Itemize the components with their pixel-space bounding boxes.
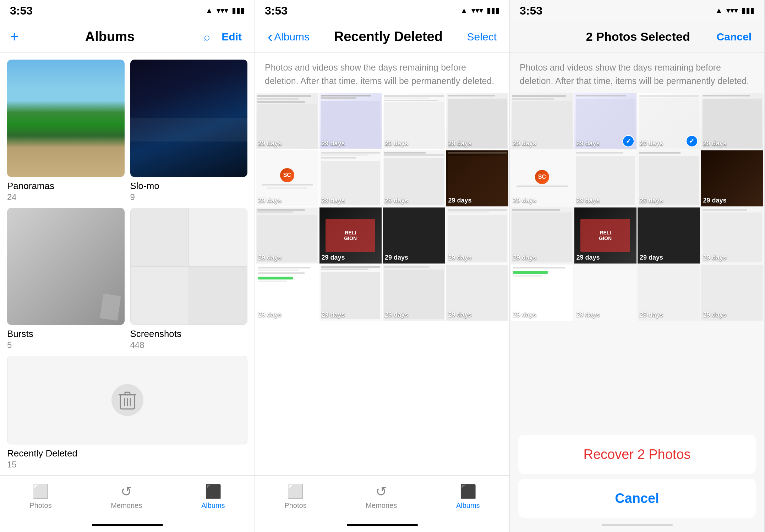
days-label-3-7: 29 days — [640, 197, 663, 204]
tab-memories-2[interactable]: ↺ Memories — [366, 484, 397, 510]
nav-bar-selected: 2 Photos Selected Cancel — [510, 21, 764, 52]
wifi-icon-1: ▾▾▾ — [217, 6, 228, 15]
cancel-button-3[interactable]: Cancel — [714, 28, 754, 46]
recover-button[interactable]: Recover 2 Photos — [518, 435, 756, 474]
album-slomo[interactable]: Slo-mo 9 — [130, 60, 248, 202]
photo-cell-3-11[interactable]: 29 days — [638, 207, 700, 264]
svg-rect-2 — [125, 392, 130, 395]
photo-cell-1[interactable]: 29 days — [256, 93, 318, 149]
days-label-3-11: 29 days — [640, 254, 663, 261]
photo-cell-3-1[interactable]: 29 days — [511, 93, 573, 149]
tab-label-albums-2: Albums — [456, 501, 480, 510]
check-circle-1 — [622, 135, 634, 147]
location-icon-3: ▲ — [715, 6, 723, 15]
albums-icon-1: ⬛ — [205, 484, 222, 499]
tab-bar-2: ⬜ Photos ↺ Memories ⬛ Albums — [255, 475, 509, 518]
photo-cell-3-3[interactable]: 29 days — [638, 93, 700, 149]
photo-cell-10[interactable]: RELIGION 29 days — [319, 207, 382, 264]
days-label-3-13: 29 days — [513, 311, 536, 318]
edit-button[interactable]: Edit — [219, 28, 245, 46]
photo-cell-15[interactable]: 29 days — [383, 265, 445, 321]
photos-icon-2: ⬜ — [287, 484, 304, 499]
days-label-3-1: 29 days — [513, 140, 536, 147]
photo-cell-16[interactable]: 29 days — [446, 265, 509, 321]
days-label-3-3: 29 days — [640, 140, 663, 147]
album-recently-deleted[interactable]: Recently Deleted 15 — [7, 356, 247, 470]
photo-cell-3-8[interactable]: 29 days — [701, 150, 764, 206]
photo-cell-3-2[interactable]: 29 days — [574, 93, 637, 149]
photo-cell-3-5[interactable]: SC 29 days — [511, 150, 573, 206]
photo-cell-13[interactable]: 29 days — [256, 265, 318, 321]
tab-albums-2[interactable]: ⬛ Albums — [456, 484, 480, 510]
photo-cell-3-6[interactable]: 29 days — [574, 150, 637, 206]
album-screenshots[interactable]: Screenshots 448 — [130, 208, 248, 350]
photo-cell-11[interactable]: 29 days — [383, 207, 445, 264]
tab-label-photos-1: Photos — [29, 501, 51, 510]
album-label-deleted: Recently Deleted — [7, 448, 247, 459]
search-button[interactable]: ⌕ — [201, 28, 213, 46]
tab-memories-1[interactable]: ↺ Memories — [111, 484, 142, 510]
photo-cell-3-16[interactable]: 29 days — [701, 265, 764, 321]
album-thumb-screenshots — [130, 208, 248, 325]
photo-cell-3-15[interactable]: 29 days — [638, 265, 700, 321]
add-album-button[interactable]: + — [10, 28, 19, 45]
days-label-2: 29 days — [322, 140, 345, 147]
photo-cell-3-10[interactable]: RELIGION 29 days — [574, 207, 637, 264]
photo-cell-2[interactable]: 29 days — [319, 93, 382, 149]
photo-cell-9[interactable]: 29 days — [256, 207, 318, 264]
album-thumb-panoramas — [7, 60, 125, 177]
cancel-action-button[interactable]: Cancel — [518, 479, 756, 518]
days-label-13: 29 days — [258, 311, 282, 318]
tab-photos-1[interactable]: ⬜ Photos — [29, 484, 51, 510]
days-label-3-8: 29 days — [703, 197, 727, 204]
album-count-slomo: 9 — [130, 192, 248, 202]
battery-icon-3: ▮▮▮ — [742, 6, 754, 15]
action-sheet: Recover 2 Photos Cancel — [510, 435, 764, 518]
album-thumb-slomo — [130, 60, 248, 177]
album-panoramas[interactable]: Panoramas 24 — [7, 60, 125, 202]
photo-cell-12[interactable]: 29 days — [446, 207, 509, 264]
photo-cell-5[interactable]: SC 29 days — [256, 150, 318, 206]
photo-cell-3-9[interactable]: 29 days — [511, 207, 573, 264]
album-count-deleted: 15 — [7, 460, 247, 470]
days-label-5: 29 days — [258, 197, 282, 204]
photo-cell-3[interactable]: 29 days — [383, 93, 445, 149]
photo-cell-7[interactable]: 29 days — [383, 150, 445, 206]
tab-albums-1[interactable]: ⬛ Albums — [201, 484, 225, 510]
days-label-3-5: 29 days — [513, 197, 536, 204]
photo-cell-6[interactable]: 29 days — [319, 150, 382, 206]
photo-cell-3-12[interactable]: 29 days — [701, 207, 764, 264]
home-bar-2 — [347, 524, 418, 526]
days-label-3-16: 29 days — [703, 311, 727, 318]
info-text-3: Photos and videos show the days remainin… — [520, 62, 749, 86]
days-label-3-15: 29 days — [640, 311, 663, 318]
photo-cell-3-4[interactable]: 29 days — [701, 93, 764, 149]
album-label-bursts: Bursts — [7, 328, 125, 339]
tab-label-albums-1: Albums — [201, 501, 225, 510]
photo-cell-3-14[interactable]: 29 days — [574, 265, 637, 321]
days-label-11: 29 days — [385, 254, 408, 261]
photo-cell-3-7[interactable]: 29 days — [638, 150, 700, 206]
album-bursts[interactable]: Bursts 5 — [7, 208, 125, 350]
tab-photos-2[interactable]: ⬜ Photos — [284, 484, 306, 510]
status-icons-2: ▲ ▾▾▾ ▮▮▮ — [460, 6, 499, 15]
days-label-3-6: 29 days — [577, 197, 600, 204]
status-icons-1: ▲ ▾▾▾ ▮▮▮ — [205, 6, 245, 15]
tab-label-memories-2: Memories — [366, 501, 397, 510]
days-label-3: 29 days — [385, 140, 408, 147]
photo-cell-3-13[interactable]: 29 days — [511, 265, 573, 321]
status-icons-3: ▲ ▾▾▾ ▮▮▮ — [715, 6, 754, 15]
photo-cell-8[interactable]: 29 days — [446, 150, 509, 206]
info-banner-3: Photos and videos show the days remainin… — [510, 52, 764, 93]
status-time-1: 3:53 — [10, 4, 33, 17]
days-label-3-2: 29 days — [577, 140, 600, 147]
photo-grid-2: 29 days 29 days 29 days 29 da — [255, 93, 509, 475]
battery-icon-1: ▮▮▮ — [232, 6, 245, 15]
days-label-4: 29 days — [448, 140, 472, 147]
photo-cell-4[interactable]: 29 days — [446, 93, 509, 149]
tab-label-photos-2: Photos — [284, 501, 306, 510]
select-button[interactable]: Select — [464, 28, 499, 46]
tab-label-memories-1: Memories — [111, 501, 142, 510]
back-button-2[interactable]: Albums — [265, 27, 312, 47]
photo-cell-14[interactable]: 29 days — [319, 265, 382, 321]
